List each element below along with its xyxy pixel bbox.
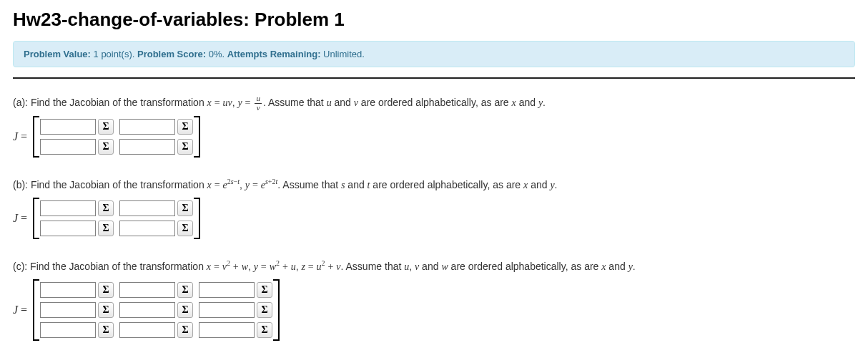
sigma-button[interactable]: Σ xyxy=(98,200,114,216)
attempts-text: Unlimited. xyxy=(323,49,365,59)
sigma-button[interactable]: Σ xyxy=(98,322,114,338)
sigma-button[interactable]: Σ xyxy=(177,221,193,236)
sigma-button[interactable]: Σ xyxy=(257,322,272,338)
matrix-b-input-2-2[interactable] xyxy=(119,221,175,236)
matrix-c-input-2-3[interactable] xyxy=(199,302,255,318)
value-text: 1 point(s). xyxy=(94,49,135,59)
matrix-a-input-2-2[interactable] xyxy=(119,139,175,155)
jacobian-label: J= xyxy=(13,304,30,316)
part-expr: x = v2 + w, y = w2 + u, z = u2 + v. xyxy=(207,261,344,272)
sigma-button[interactable]: Σ xyxy=(98,221,114,236)
matrix-a-input-1-1[interactable] xyxy=(40,119,96,135)
part-expr: x = e2s−t, y = es+2t. xyxy=(207,179,281,190)
matrix-c-input-2-2[interactable] xyxy=(119,302,175,318)
problem-info-alert: Problem Value: 1 point(s). Problem Score… xyxy=(13,41,855,67)
sigma-button[interactable]: Σ xyxy=(98,139,114,155)
part-tail: Assume that s and t are ordered alphabet… xyxy=(282,179,557,190)
sigma-button[interactable]: Σ xyxy=(98,119,114,135)
part-expr: x = uv, y = uv. xyxy=(207,97,266,108)
part-label: (b): xyxy=(13,179,28,190)
matrix-a: Σ Σ Σ Σ xyxy=(31,116,202,158)
part-c: (c): Find the Jacobian of the transforma… xyxy=(13,258,855,341)
matrix-b-input-1-2[interactable] xyxy=(119,200,175,216)
sigma-button[interactable]: Σ xyxy=(177,322,193,338)
prompt-b: (b): Find the Jacobian of the transforma… xyxy=(13,176,855,193)
matrix-c: Σ Σ Σ Σ Σ Σ Σ Σ Σ xyxy=(31,279,281,341)
part-a: (a): Find the Jacobian of the transforma… xyxy=(13,95,855,158)
sigma-button[interactable]: Σ xyxy=(177,302,193,318)
prompt-a: (a): Find the Jacobian of the transforma… xyxy=(13,95,855,112)
divider xyxy=(13,77,855,79)
sigma-button[interactable]: Σ xyxy=(177,119,193,135)
sigma-button[interactable]: Σ xyxy=(257,282,272,298)
matrix-c-input-3-2[interactable] xyxy=(119,322,175,338)
sigma-button[interactable]: Σ xyxy=(98,282,114,298)
value-label: Problem Value: xyxy=(24,49,91,59)
prompt-c: (c): Find the Jacobian of the transforma… xyxy=(13,258,855,275)
matrix-c-input-2-1[interactable] xyxy=(40,302,96,318)
sigma-button[interactable]: Σ xyxy=(177,139,193,155)
jacobian-label: J= xyxy=(13,130,30,143)
part-label: (a): xyxy=(13,97,28,108)
matrix-a-input-2-1[interactable] xyxy=(40,139,96,155)
matrix-c-input-3-3[interactable] xyxy=(199,322,255,338)
matrix-a-input-1-2[interactable] xyxy=(119,119,175,135)
part-b: (b): Find the Jacobian of the transforma… xyxy=(13,176,855,239)
part-label: (c): xyxy=(13,261,27,272)
part-lead: Find the Jacobian of the transformation xyxy=(31,97,204,108)
attempts-label: Attempts Remaining: xyxy=(227,49,321,59)
part-tail: Assume that u, v and w are ordered alpha… xyxy=(346,261,636,272)
matrix-c-input-1-2[interactable] xyxy=(119,282,175,298)
jacobian-label: J= xyxy=(13,212,30,225)
matrix-c-input-1-3[interactable] xyxy=(199,282,255,298)
sigma-button[interactable]: Σ xyxy=(177,200,193,216)
score-text: 0%. xyxy=(209,49,225,59)
sigma-button[interactable]: Σ xyxy=(257,302,272,318)
matrix-b: Σ Σ Σ Σ xyxy=(31,198,202,239)
part-lead: Find the Jacobian of the transformation xyxy=(30,261,204,272)
sigma-button[interactable]: Σ xyxy=(177,282,193,298)
matrix-b-input-1-1[interactable] xyxy=(40,200,96,216)
score-label: Problem Score: xyxy=(137,49,206,59)
matrix-c-input-1-1[interactable] xyxy=(40,282,96,298)
matrix-c-input-3-1[interactable] xyxy=(40,322,96,338)
matrix-b-input-2-1[interactable] xyxy=(40,221,96,236)
part-lead: Find the Jacobian of the transformation xyxy=(31,179,204,190)
part-tail: Assume that u and v are ordered alphabet… xyxy=(268,97,546,108)
sigma-button[interactable]: Σ xyxy=(98,302,114,318)
page-title: Hw23-change-of-variables: Problem 1 xyxy=(13,9,855,31)
